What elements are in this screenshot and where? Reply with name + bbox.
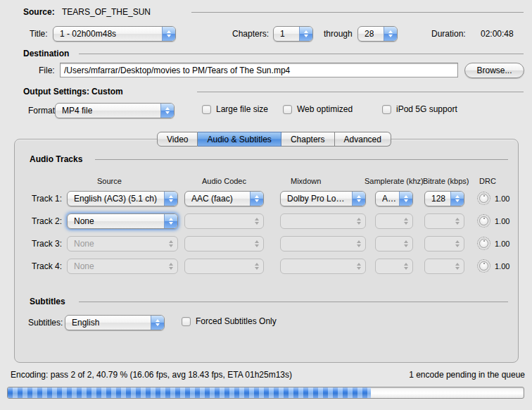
track-4-samplerate-popup [375,259,413,274]
track-3-drc-knob[interactable] [477,237,490,250]
popup-stepper-icon [251,237,263,251]
track-2-mixdown-popup [280,213,366,229]
popup-stepper-icon [451,237,464,251]
track-2-drc-knob[interactable] [477,214,490,228]
track-1-drc-value: 1.00 [495,194,509,203]
track-1-label: Track 1: [21,194,62,204]
track-1-drc-knob[interactable] [477,192,490,205]
chapter-end-value: 28 [365,29,374,39]
large-file-size-label: Large file size [216,104,268,114]
chapter-start-popup[interactable]: 1 [273,26,313,42]
format-label: Format: [28,106,57,116]
web-optimized-checkbox[interactable] [283,105,292,114]
track-3-label: Track 3: [21,239,62,249]
output-settings-separator [197,92,524,92]
format-popup-value: MP4 file [62,106,92,116]
forced-subtitles-checkbox-row[interactable]: Forced Subtitles Only [182,316,277,326]
encoding-status-text: Encoding: pass 2 of 2, 40.79 % (16.06 fp… [11,370,292,380]
track-4-mixdown-popup [280,259,366,274]
track-1-samplerate-popup[interactable]: Auto [375,191,413,206]
popup-stepper-icon [352,192,365,206]
popup-stepper-icon [353,237,365,251]
track-3-codec-popup [184,236,264,251]
track-4-drc-knob[interactable] [477,259,490,273]
popup-stepper-icon [164,192,177,206]
popup-stepper-icon [400,214,412,228]
popup-stepper-icon [451,259,464,273]
track-3-samplerate-popup [375,236,413,251]
track-3-bitrate-popup [424,236,464,251]
track-3-source-popup: None [67,236,178,251]
forced-subtitles-checkbox[interactable] [182,317,191,326]
track-3-drc-value: 1.00 [495,240,509,248]
track-1-codec-popup[interactable]: AAC (faac) [184,191,264,206]
track-2-bitrate-popup [424,213,464,229]
chapters-label: Chapters: [232,29,269,39]
track-3-drc-control: 1.00 [477,237,509,250]
source-value: TEARS_OF_THE_SUN [62,7,151,17]
subtitles-popup-value: English [72,318,99,328]
ipod-support-checkbox[interactable] [382,105,391,114]
title-popup[interactable]: 1 - 02h00m48s [53,26,176,42]
ipod-support-label: iPod 5G support [396,104,457,114]
tab-chapters[interactable]: Chapters [281,132,335,147]
forced-subtitles-label: Forced Subtitles Only [196,316,277,326]
format-popup[interactable]: MP4 file [55,103,175,118]
track-2-drc-value: 1.00 [495,217,509,225]
track-2-codec-popup [184,213,264,229]
track-4-drc-value: 1.00 [495,262,509,271]
duration-value: 02:00:48 [481,29,514,39]
encode-progress-bar [7,387,524,399]
tab-advanced[interactable]: Advanced [335,132,391,147]
popup-stepper-icon [353,259,365,273]
subtitles-popup[interactable]: English [65,315,165,330]
output-settings-preset: Custom [91,87,123,97]
chapter-start-value: 1 [280,29,285,39]
column-header-drc: DRC [479,177,496,185]
popup-stepper-icon [165,259,177,273]
popup-stepper-icon [251,259,263,273]
file-path-input[interactable] [60,63,458,77]
source-separator [191,12,524,13]
column-header-source: Source [97,177,122,185]
tab-video[interactable]: Video [157,132,198,147]
tab-audio-subtitles[interactable]: Audio & Subtitles [198,132,281,147]
popup-stepper-icon [400,259,412,273]
destination-separator [79,54,524,54]
track-4-source-popup: None [67,259,178,274]
track-2-samplerate-popup [375,213,413,229]
large-file-size-checkbox-row[interactable]: Large file size [202,104,268,114]
popup-stepper-icon [450,192,464,206]
track-1-source-popup[interactable]: English (AC3) (5.1 ch) [67,191,178,206]
queue-status-text: 1 encode pending in the queue [409,370,525,380]
ipod-support-checkbox-row[interactable]: iPod 5G support [382,104,457,114]
chapter-end-popup[interactable]: 28 [357,26,398,42]
popup-stepper-icon [162,27,175,41]
popup-stepper-icon [384,27,397,41]
browse-button[interactable]: Browse... [464,63,524,78]
source-label: Source: [23,7,55,17]
popup-stepper-icon [299,27,312,41]
column-header-bitrate: Bitrate (kbps) [423,177,469,185]
web-optimized-checkbox-row[interactable]: Web optimized [283,104,353,114]
track-1-bitrate-popup[interactable]: 128 [424,191,464,206]
track-2-source-popup[interactable]: None [67,213,178,229]
track-1-mixdown-popup[interactable]: Dolby Pro Logic II [280,191,366,206]
through-label: through [324,29,353,39]
web-optimized-label: Web optimized [297,104,353,114]
audio-tracks-section-label: Audio Tracks [30,154,82,164]
track-2-label: Track 2: [21,216,62,226]
popup-stepper-icon [451,214,464,228]
column-header-mixdown: Mixdown [291,177,321,185]
encode-progress-fill [8,387,371,398]
column-header-codec: Audio Codec [202,177,246,185]
popup-stepper-icon [353,214,365,228]
file-label: File: [39,66,55,75]
title-label: Title: [30,29,48,39]
large-file-size-checkbox[interactable] [202,105,211,114]
popup-stepper-icon [399,192,412,206]
popup-stepper-icon [250,192,263,206]
browse-button-label: Browse... [476,66,512,75]
tab-bar: Video Audio & Subtitles Chapters Advance… [157,132,391,147]
track-4-drc-control: 1.00 [477,259,509,273]
